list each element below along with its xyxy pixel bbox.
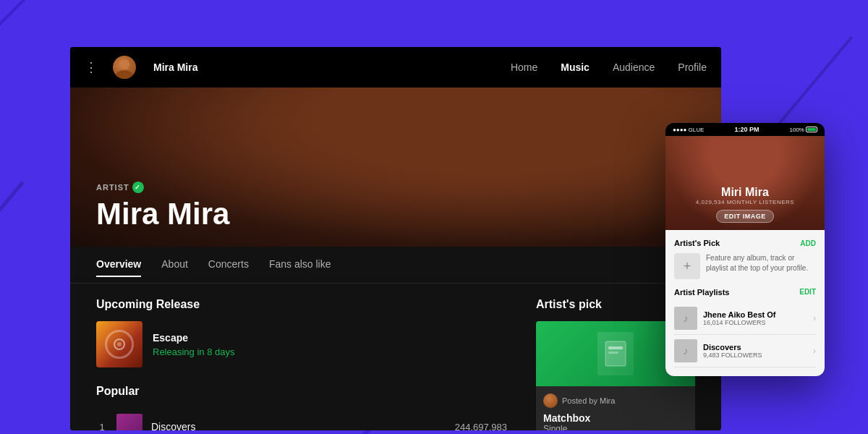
playlist-name: Jhene Aiko Best Of <box>703 310 807 319</box>
hero-artist-name: Mira Mira <box>96 199 229 229</box>
mobile-artists-pick-title: Artist's Pick <box>674 239 720 247</box>
signal-indicator: ●●●● GLUE <box>673 127 704 133</box>
album-release-info: Releasing in 8 days <box>153 346 234 357</box>
sub-nav-concerts[interactable]: Concerts <box>208 258 249 277</box>
nav-home[interactable]: Home <box>511 61 537 73</box>
hero-section: ARTIST ✓ Mira Mira <box>70 88 721 247</box>
sub-nav-overview[interactable]: Overview <box>96 258 141 277</box>
album-title: Escape <box>153 332 234 344</box>
mobile-edit-image-button[interactable]: EDIT IMAGE <box>716 210 774 223</box>
hero-text: ARTIST ✓ Mira Mira <box>96 182 229 229</box>
nav-music[interactable]: Music <box>561 61 590 73</box>
playlist-thumbnail: ♪ <box>674 307 697 330</box>
album-thumbnail <box>96 321 142 367</box>
menu-dots-icon[interactable]: ⋮ <box>85 59 98 75</box>
mobile-artist-info: Miri Mira 4,029,534 MONTHLY LISTENERS ED… <box>673 186 817 223</box>
svg-rect-5 <box>608 346 623 349</box>
pick-info: Posted by Mira Matchbox Single EXPIRES I… <box>536 386 695 430</box>
chevron-right-icon: › <box>813 346 816 356</box>
album-info: Escape Releasing in 8 days <box>153 332 234 357</box>
mobile-pick-text: Feature any album, track or playlist at … <box>706 253 816 273</box>
chevron-right-icon: › <box>813 313 816 323</box>
upcoming-release-title: Upcoming Release <box>96 298 507 311</box>
svg-point-3 <box>117 342 122 346</box>
mobile-panel: ●●●● GLUE 1:20 PM 100% Miri Mira 4,029,5… <box>665 123 825 376</box>
mobile-hero: Miri Mira 4,029,534 MONTHLY LISTENERS ED… <box>665 136 825 230</box>
mobile-time: 1:20 PM <box>734 126 759 133</box>
nav-audience[interactable]: Audience <box>613 61 655 73</box>
svg-point-1 <box>116 70 133 79</box>
pick-song-type: Single <box>543 424 688 430</box>
mobile-add-pick-icon[interactable]: + <box>674 253 700 279</box>
pick-posted-text: Posted by Mira <box>562 396 615 405</box>
main-content: Upcoming Release Escape Releasing <box>70 284 721 430</box>
mobile-add-button[interactable]: ADD <box>800 239 816 247</box>
nav-profile[interactable]: Profile <box>678 61 707 73</box>
track-plays: 244,697,983 <box>455 422 507 431</box>
nav-links: Home Music Audience Profile <box>511 61 707 73</box>
svg-point-0 <box>119 59 129 69</box>
playlist-info: Jhene Aiko Best Of 16,014 FOLLOWERS <box>703 310 807 326</box>
nav-artist-name: Mira Mira <box>153 61 197 73</box>
sub-nav-fans[interactable]: Fans also like <box>269 258 331 277</box>
playlist-info: Discovers 9,483 FOLLOWERS <box>703 343 807 359</box>
mobile-edit-playlists-button[interactable]: EDIT <box>799 288 816 297</box>
popular-section: Popular 1 Discovers 244,697,983 2 Essent… <box>96 385 507 430</box>
top-nav: ⋮ Mira Mira Home Music Audience Profile <box>70 47 721 88</box>
playlist-name: Discovers <box>703 343 807 352</box>
mobile-artist-name: Miri Mira <box>673 186 817 199</box>
playlist-followers: 9,483 FOLLOWERS <box>703 352 807 359</box>
mobile-playlists: Artist Playlists EDIT ♪ Jhene Aiko Best … <box>674 288 816 367</box>
svg-rect-6 <box>608 352 618 354</box>
track-number: 1 <box>96 422 108 431</box>
battery-indicator: 100% <box>790 127 817 133</box>
playlist-thumbnail: ♪ <box>674 339 697 362</box>
mobile-status-bar: ●●●● GLUE 1:20 PM 100% <box>665 123 825 136</box>
sub-nav: Overview About Concerts Fans also like <box>70 247 721 284</box>
pick-posted-by: Posted by Mira <box>543 393 688 408</box>
track-name: Discovers <box>151 421 446 430</box>
left-column: Upcoming Release Escape Releasing <box>96 298 507 430</box>
mobile-pick-row: + Feature any album, track or playlist a… <box>674 253 816 279</box>
upcoming-release: Escape Releasing in 8 days <box>96 321 507 367</box>
sub-nav-about[interactable]: About <box>161 258 188 277</box>
artist-avatar <box>113 56 136 79</box>
battery-icon <box>806 127 817 132</box>
mobile-playlists-header: Artist Playlists EDIT <box>674 288 816 297</box>
artist-label: ARTIST ✓ <box>96 182 229 193</box>
pick-song-name: Matchbox <box>543 412 688 424</box>
popular-title: Popular <box>96 385 507 398</box>
app-window: ⋮ Mira Mira Home Music Audience Profile … <box>70 47 721 430</box>
mobile-listeners: 4,029,534 MONTHLY LISTENERS <box>673 199 817 205</box>
table-row[interactable]: 1 Discovers 244,697,983 <box>96 408 507 430</box>
playlist-followers: 16,014 FOLLOWERS <box>703 319 807 326</box>
pick-avatar <box>543 393 558 408</box>
list-item[interactable]: ♪ Jhene Aiko Best Of 16,014 FOLLOWERS › <box>674 302 816 335</box>
list-item[interactable]: ♪ Discovers 9,483 FOLLOWERS › <box>674 335 816 367</box>
mobile-content: Artist's Pick ADD + Feature any album, t… <box>665 230 825 376</box>
track-thumbnail <box>116 414 142 430</box>
mobile-playlists-title: Artist Playlists <box>674 288 729 297</box>
mobile-artists-pick-section: Artist's Pick ADD <box>674 239 816 247</box>
verified-badge: ✓ <box>132 182 144 193</box>
